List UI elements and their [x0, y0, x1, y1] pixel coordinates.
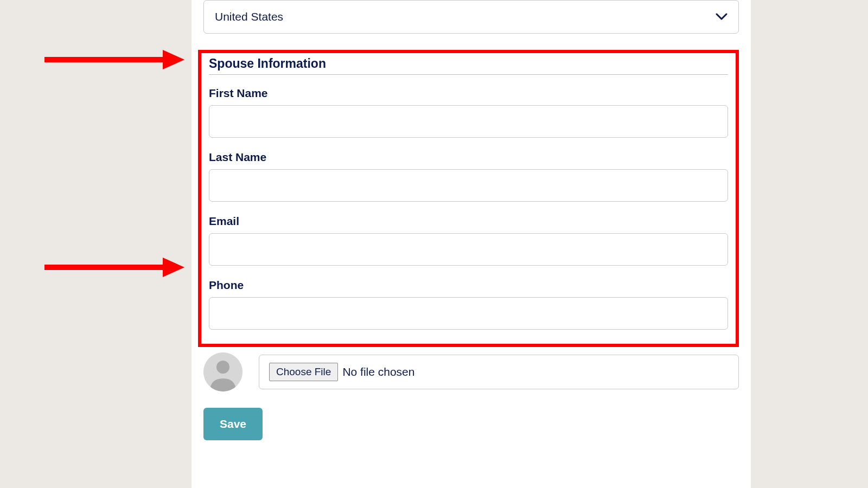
first-name-field-group: First Name	[209, 87, 728, 138]
country-selected-value: United States	[215, 10, 283, 23]
last-name-field-group: Last Name	[209, 151, 728, 202]
first-name-label: First Name	[209, 87, 728, 100]
phone-label: Phone	[209, 279, 728, 292]
email-field-group: Email	[209, 215, 728, 266]
choose-file-button[interactable]: Choose File	[269, 363, 338, 381]
country-select[interactable]: United States	[203, 0, 739, 34]
svg-marker-3	[163, 258, 184, 277]
svg-marker-1	[163, 50, 184, 69]
email-label: Email	[209, 215, 728, 228]
email-input[interactable]	[209, 233, 728, 266]
svg-point-5	[216, 361, 229, 374]
annotation-arrow-2	[44, 256, 186, 278]
phone-input[interactable]	[209, 297, 728, 330]
country-field: United States	[203, 0, 739, 34]
annotation-arrow-1	[44, 49, 186, 70]
form-panel: United States Spouse Information First N…	[192, 0, 751, 488]
spouse-information-section: Spouse Information First Name Last Name …	[198, 50, 739, 347]
save-button[interactable]: Save	[203, 408, 263, 440]
file-upload-field[interactable]: Choose File No file chosen	[259, 355, 739, 389]
section-title: Spouse Information	[209, 56, 728, 75]
avatar-placeholder-icon	[203, 352, 242, 391]
file-upload-status: No file chosen	[342, 365, 414, 378]
avatar-upload-row: Choose File No file chosen	[203, 352, 739, 391]
first-name-input[interactable]	[209, 105, 728, 138]
phone-field-group: Phone	[209, 279, 728, 330]
chevron-down-icon	[716, 13, 727, 21]
last-name-input[interactable]	[209, 169, 728, 202]
last-name-label: Last Name	[209, 151, 728, 164]
